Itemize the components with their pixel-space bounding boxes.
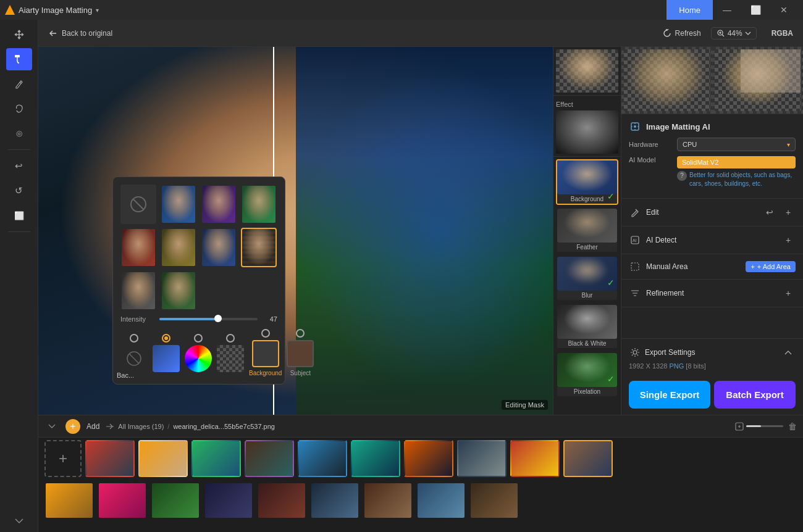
hardware-value: CPU [683,141,697,148]
film-thumb-12[interactable] [98,482,147,519]
hardware-select[interactable]: CPU ▾ [677,138,796,151]
film-thumb-9[interactable] [510,440,560,477]
intensity-row: Intensity 47 [120,315,277,323]
effect-item-bw[interactable]: Black & White [556,304,618,349]
film-thumb-10[interactable] [563,440,613,477]
ai-detect-add-button[interactable]: + [781,233,796,247]
film-thumb-16[interactable] [310,482,359,519]
film-thumb-5[interactable] [298,440,347,477]
effect-item-pixelation[interactable]: Pixelation ✓ [556,352,618,397]
type-image[interactable] [153,334,180,372]
type-subject[interactable]: Subject [287,329,314,376]
type-none[interactable] [120,334,148,372]
popup-back-text: Bac... [117,372,134,379]
add-label[interactable]: Add [86,422,99,431]
single-export-button[interactable]: Single Export [629,381,710,409]
separator2 [8,231,30,232]
effect-thumb-6[interactable] [201,228,237,267]
svg-rect-0 [15,55,20,57]
film-thumb-14[interactable] [204,482,253,519]
film-thumb-2[interactable] [138,440,188,477]
redo-tool[interactable]: ↺ [6,180,32,202]
type-image-icon [153,345,180,372]
zoom-control[interactable]: 44% [711,27,757,39]
refinement-add-button[interactable]: + [781,286,796,301]
intensity-slider[interactable] [159,318,258,320]
rgba-thumbnail [556,49,618,93]
effect-popup: Intensity 47 [112,177,285,384]
type-image-radio[interactable] [162,334,170,343]
type-subject-label: Subject [290,370,311,376]
film-thumb-19[interactable] [469,482,519,519]
breadcrumb-all[interactable]: All Images (19) [118,423,164,430]
film-thumb-18[interactable] [416,482,466,519]
batch-export-button[interactable]: Batch Export [714,381,796,409]
type-pattern-radio[interactable] [226,334,235,343]
minimize-button[interactable]: — [713,0,741,20]
intensity-thumb[interactable] [214,315,222,322]
effect-thumb-3[interactable] [241,185,277,224]
effect-item-blur[interactable]: Blur ✓ [556,256,618,301]
effect-none-thumb[interactable] [120,185,156,224]
help-icon[interactable]: ? [677,171,687,181]
edit-undo-button[interactable]: ↩ [762,205,777,220]
undo-tool[interactable]: ↩ [6,155,32,177]
hardware-caret-icon: ▾ [787,141,790,148]
breadcrumb-sep: / [167,423,169,430]
eraser-tool[interactable]: ◎ [6,122,32,144]
refinement-icon [629,287,641,299]
add-area-button[interactable]: + + Add Area [746,261,796,272]
type-subject-radio[interactable] [296,329,305,338]
close-button[interactable]: ✕ [770,0,798,20]
export-collapse-button[interactable] [781,345,796,360]
lasso-tool[interactable] [6,98,32,120]
app-title: Aiarty Image Matting [19,6,92,15]
film-thumb-7[interactable] [404,440,453,477]
effect-thumb-1[interactable] [161,185,196,224]
move-tool[interactable] [6,23,32,46]
rgba-preview [553,47,621,95]
type-pattern[interactable] [217,334,244,372]
back-to-original-button[interactable]: Back to original [48,29,112,38]
edit-add-button[interactable]: + [781,205,796,220]
add-image-button[interactable]: + [65,419,80,434]
effect-thumb-9[interactable] [161,271,196,310]
ai-detect-row: AI AI Detect + [621,229,803,251]
collapse-toolbar-button[interactable] [6,513,32,528]
maximize-button[interactable]: ⬜ [741,0,770,20]
titlebar-dropdown-icon[interactable]: ▾ [96,7,99,14]
film-thumb-13[interactable] [151,482,200,519]
effect-thumb-4[interactable] [120,228,156,267]
effect-thumb-7[interactable] [241,228,277,267]
type-background-radio[interactable] [261,329,270,338]
effect-item-background[interactable]: Background ✓ [556,159,618,205]
film-thumb-1[interactable] [85,440,135,477]
film-thumb-17[interactable] [363,482,413,519]
select-tool[interactable]: ⬜ [6,204,32,227]
home-tab[interactable]: Home [666,0,713,20]
refresh-button[interactable]: Refresh [663,29,701,38]
type-color[interactable] [185,334,212,372]
film-thumb-6[interactable] [351,440,400,477]
effect-thumb-8[interactable] [120,271,156,310]
brush-tool[interactable] [6,48,32,70]
effect-thumb-5[interactable] [161,228,196,267]
collapse-filmstrip-button[interactable] [44,419,59,434]
titlebar: Aiarty Image Matting ▾ Home — ⬜ ✕ [0,0,803,20]
canvas-area[interactable]: Intensity 47 [38,47,553,415]
pen-tool[interactable] [6,73,32,95]
effect-thumb-2[interactable] [201,185,237,224]
film-thumb-4[interactable] [245,440,294,477]
film-thumb-15[interactable] [257,482,306,519]
delete-button[interactable]: 🗑 [788,422,797,431]
film-thumb-3[interactable] [191,440,241,477]
filmstrip-add-button[interactable]: + [44,440,82,477]
effect-item-feather[interactable]: Feather [556,207,618,253]
filmstrip-zoom-track[interactable] [746,425,783,427]
film-thumb-11[interactable] [44,482,94,519]
film-thumb-8[interactable] [457,440,507,477]
type-background[interactable]: Background [249,329,282,376]
ai-model-select[interactable]: SolidMat V2 ▾ [677,156,796,168]
type-none-radio[interactable] [130,334,138,343]
type-color-radio[interactable] [194,334,203,343]
